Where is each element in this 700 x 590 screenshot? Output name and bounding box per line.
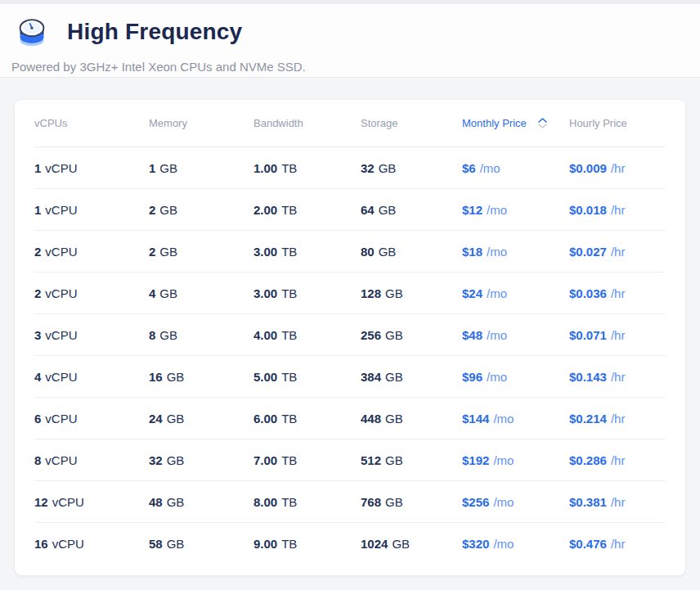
cell-hourly-price: $0.071/hr (569, 328, 666, 342)
table-row: 1vCPU 1GB 1.00TB 32GB $6/mo $0.009/hr (34, 147, 666, 189)
page-subtitle: Powered by 3GHz+ Intel Xeon CPUs and NVM… (11, 60, 687, 74)
cell-monthly-price: $24/mo (462, 286, 569, 300)
cell-bandwidth: 9.00TB (254, 537, 361, 551)
high-frequency-gauge-icon (13, 13, 51, 51)
table-row: 12vCPU 48GB 8.00TB 768GB $256/mo $0.381/… (34, 481, 666, 523)
cell-hourly-price: $0.036/hr (569, 286, 666, 300)
cell-bandwidth: 4.00TB (254, 328, 361, 342)
cell-memory: 8GB (149, 328, 254, 342)
cell-memory: 4GB (149, 286, 254, 300)
cell-memory: 32GB (149, 453, 254, 467)
column-header-vcpus[interactable]: vCPUs (34, 117, 149, 129)
cell-hourly-price: $0.286/hr (569, 453, 666, 467)
cell-bandwidth: 7.00TB (254, 453, 361, 467)
table-row: 2vCPU 2GB 3.00TB 80GB $18/mo $0.027/hr (34, 231, 666, 272)
cell-storage: 80GB (361, 245, 462, 259)
cell-vcpus: 2vCPU (34, 245, 149, 259)
page-header: High Frequency Powered by 3GHz+ Intel Xe… (0, 4, 700, 78)
cell-memory: 16GB (149, 370, 254, 384)
cell-bandwidth: 1.00TB (254, 161, 361, 175)
cell-storage: 64GB (361, 203, 462, 217)
cell-bandwidth: 2.00TB (254, 203, 361, 217)
table-row: 1vCPU 2GB 2.00TB 64GB $12/mo $0.018/hr (34, 189, 666, 231)
cell-storage: 256GB (361, 328, 462, 342)
cell-storage: 1024GB (361, 537, 462, 551)
cell-vcpus: 1vCPU (34, 161, 149, 175)
cell-vcpus: 2vCPU (34, 286, 149, 300)
table-row: 2vCPU 4GB 3.00TB 128GB $24/mo $0.036/hr (34, 272, 666, 314)
cell-monthly-price: $256/mo (462, 495, 569, 509)
cell-vcpus: 16vCPU (34, 537, 149, 551)
cell-hourly-price: $0.009/hr (569, 161, 666, 175)
cell-vcpus: 1vCPU (34, 203, 149, 217)
cell-storage: 384GB (361, 370, 462, 384)
table-header-row: vCPUs Memory Bandwidth Storage Monthly P… (34, 100, 666, 147)
cell-hourly-price: $0.027/hr (569, 245, 666, 259)
table-row: 6vCPU 24GB 6.00TB 448GB $144/mo $0.214/h… (34, 398, 666, 439)
cell-hourly-price: $0.214/hr (569, 412, 666, 426)
cell-bandwidth: 3.00TB (254, 245, 361, 259)
column-header-storage[interactable]: Storage (361, 117, 462, 129)
cell-bandwidth: 5.00TB (254, 370, 361, 384)
column-header-memory[interactable]: Memory (149, 117, 254, 129)
cell-memory: 48GB (149, 495, 254, 509)
cell-memory: 2GB (149, 245, 254, 259)
cell-storage: 448GB (361, 412, 462, 426)
cell-vcpus: 12vCPU (34, 495, 149, 509)
cell-monthly-price: $192/mo (462, 453, 569, 467)
cell-memory: 24GB (149, 412, 254, 426)
cell-monthly-price: $96/mo (462, 370, 569, 384)
cell-memory: 2GB (149, 203, 254, 217)
cell-monthly-price: $6/mo (462, 161, 569, 175)
cell-storage: 512GB (361, 453, 462, 467)
table-row: 4vCPU 16GB 5.00TB 384GB $96/mo $0.143/hr (34, 356, 666, 398)
cell-monthly-price: $12/mo (462, 203, 569, 217)
cell-monthly-price: $18/mo (462, 245, 569, 259)
cell-monthly-price: $144/mo (462, 412, 569, 426)
cell-storage: 768GB (361, 495, 462, 509)
column-header-hourly-price[interactable]: Hourly Price (569, 117, 666, 129)
cell-vcpus: 4vCPU (34, 370, 149, 384)
cell-monthly-price: $48/mo (462, 328, 569, 342)
page-title: High Frequency (67, 19, 242, 45)
cell-memory: 1GB (149, 161, 254, 175)
cell-vcpus: 3vCPU (34, 328, 149, 342)
cell-bandwidth: 8.00TB (254, 495, 361, 509)
cell-bandwidth: 3.00TB (254, 286, 361, 300)
cell-hourly-price: $0.143/hr (569, 370, 666, 384)
table-body: 1vCPU 1GB 1.00TB 32GB $6/mo $0.009/hr 1v… (34, 147, 666, 565)
table-row: 8vCPU 32GB 7.00TB 512GB $192/mo $0.286/h… (34, 439, 666, 481)
pricing-card: vCPUs Memory Bandwidth Storage Monthly P… (15, 100, 685, 575)
cell-vcpus: 6vCPU (34, 412, 149, 426)
cell-hourly-price: $0.476/hr (569, 537, 666, 551)
cell-storage: 32GB (361, 161, 462, 175)
cell-hourly-price: $0.381/hr (569, 495, 666, 509)
cell-hourly-price: $0.018/hr (569, 203, 666, 217)
cell-vcpus: 8vCPU (34, 453, 149, 467)
cell-storage: 128GB (361, 286, 462, 300)
table-row: 3vCPU 8GB 4.00TB 256GB $48/mo $0.071/hr (34, 314, 666, 356)
sort-ascending-icon[interactable] (538, 118, 547, 128)
column-header-monthly-price[interactable]: Monthly Price (462, 117, 569, 129)
column-header-bandwidth[interactable]: Bandwidth (254, 117, 361, 129)
cell-monthly-price: $320/mo (462, 537, 569, 551)
cell-memory: 58GB (149, 537, 254, 551)
table-row: 16vCPU 58GB 9.00TB 1024GB $320/mo $0.476… (34, 523, 666, 565)
cell-bandwidth: 6.00TB (254, 412, 361, 426)
